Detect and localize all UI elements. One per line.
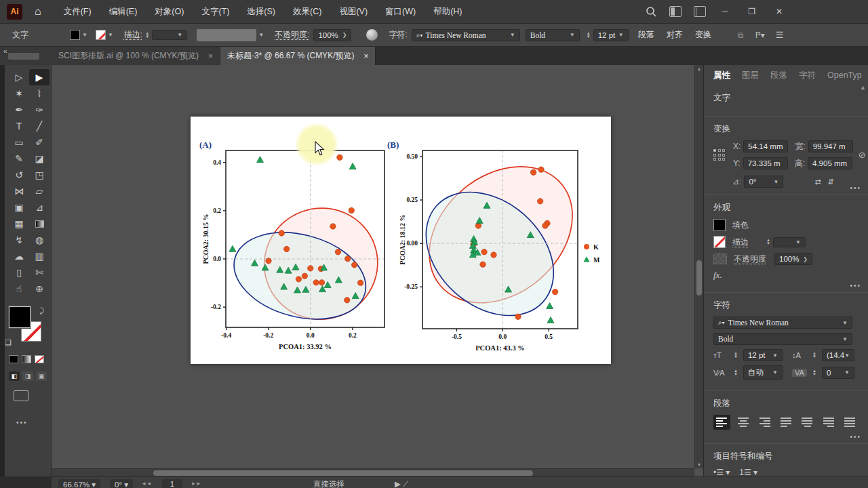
width-field[interactable]: 99.947 m — [808, 140, 853, 152]
panel-tab-图层[interactable]: 图层 — [742, 70, 759, 81]
horizontal-scrollbar[interactable] — [52, 468, 694, 476]
swap-fill-stroke-icon[interactable]: ⤸ — [39, 306, 44, 315]
stroke-label[interactable]: 描边 — [732, 237, 749, 248]
more-options-icon[interactable]: ••• — [850, 184, 861, 192]
close-button[interactable]: ✕ — [772, 7, 787, 16]
align-button-2[interactable] — [756, 415, 773, 430]
align-button-3[interactable] — [778, 415, 795, 430]
paintbrush-tool[interactable]: ✐ — [29, 134, 50, 150]
draw-inside-icon[interactable]: ▣ — [36, 371, 47, 381]
leading-stepper[interactable]: ▲▼ — [812, 352, 816, 359]
reference-point-selector[interactable] — [713, 149, 725, 161]
artboard-tool[interactable]: ▯ — [9, 264, 29, 281]
artboard-number-field[interactable]: 1 — [162, 479, 182, 488]
paragraph-panel-button[interactable]: 段落 — [638, 29, 654, 41]
graph-tool[interactable]: ▥ — [29, 248, 50, 264]
mesh-tool[interactable]: ▦ — [9, 216, 29, 232]
menu-item[interactable]: 选择(S) — [238, 6, 284, 18]
font-family-select[interactable]: ⌕▾Times New Roman▼ — [412, 29, 520, 41]
tracking-stepper[interactable]: ▲▼ — [812, 369, 816, 376]
gradient-tool[interactable] — [29, 216, 50, 232]
gradient-button[interactable] — [22, 355, 31, 363]
leading-field[interactable]: (14.4▼ — [822, 349, 854, 361]
numbered-list-icon[interactable]: 1☰ ▾ — [739, 468, 757, 476]
angle-field[interactable]: 0°▼ — [744, 176, 783, 188]
more-options-icon[interactable]: ••• — [850, 282, 861, 289]
lasso-tool[interactable]: ⌇ — [29, 85, 50, 102]
panel-tab-段落[interactable]: 段落 — [770, 70, 787, 81]
panel-menu-icon[interactable]: ☰ — [776, 30, 785, 40]
document-tab[interactable]: SCI图形排版.ai @ 100 % (CMYK/预览)× — [52, 47, 220, 65]
more-options-icon[interactable]: ••• — [850, 433, 861, 441]
vertical-scroll-thumb[interactable] — [696, 260, 702, 296]
zoom-tool[interactable]: ⊕ — [29, 281, 50, 297]
chevron-down-icon[interactable]: ▼ — [82, 32, 87, 38]
menu-item[interactable]: 窗口(W) — [376, 6, 425, 18]
font-family-select[interactable]: ⌕▾Times New Roman▼ — [713, 317, 852, 329]
tab-close-icon[interactable]: × — [208, 52, 213, 61]
collapse-dock-icon[interactable]: « — [3, 47, 7, 55]
perspective-grid-tool[interactable]: ⊿ — [29, 199, 50, 216]
stroke-weight-link[interactable]: 描边: — [124, 29, 142, 41]
font-size-stepper[interactable]: ▲▼ — [734, 352, 738, 359]
line-segment-tool[interactable]: ╱ — [29, 118, 50, 134]
eraser-tool[interactable]: ◪ — [29, 150, 50, 167]
align-button-5[interactable] — [821, 415, 837, 430]
home-icon[interactable]: ⌂ — [35, 5, 41, 18]
menu-item[interactable]: 视图(V) — [330, 6, 376, 18]
app-logo[interactable]: Ai — [7, 4, 22, 20]
opacity-icon[interactable] — [713, 253, 727, 264]
panel-tab-OpenTyp[interactable]: OpenTyp — [827, 70, 862, 80]
font-size-field[interactable]: 12 pt▼ — [593, 29, 629, 41]
x-field[interactable]: 54.14 mm — [743, 140, 788, 152]
flip-horizontal-icon[interactable]: ⇄ — [814, 178, 821, 186]
stroke-color-swatch[interactable] — [96, 30, 106, 40]
font-style-select[interactable]: Bold▼ — [526, 29, 580, 41]
kerning-field[interactable]: 自动▼ — [743, 365, 783, 380]
horizontal-scroll-thumb[interactable] — [153, 470, 533, 476]
none-button[interactable] — [35, 355, 44, 363]
direct-selection-tool[interactable]: ▷ — [9, 69, 29, 85]
canvas-area[interactable]: -0.4-0.20.00.20.40.20.0-0.2(A)PCOA1: 33.… — [52, 65, 703, 476]
default-fill-stroke-icon[interactable]: ❏ — [5, 338, 12, 347]
scroll-up-icon[interactable]: ▲ — [695, 66, 703, 71]
scroll-down-icon[interactable]: ▼ — [695, 462, 703, 467]
opacity-label[interactable]: 不透明度 — [734, 253, 766, 265]
hand-tool[interactable]: ☝ — [9, 281, 29, 297]
eyedropper-tool[interactable]: ↯ — [9, 232, 29, 248]
stroke-weight-stepper[interactable]: ▲▼ — [766, 239, 770, 245]
stroke-weight-field[interactable]: ▼ — [773, 237, 806, 247]
opacity-link[interactable]: 不透明度: — [275, 29, 309, 41]
align-button-4[interactable] — [799, 415, 816, 430]
artboard-nav-next-icons[interactable]: ▸▸ — [192, 477, 202, 488]
document-tab[interactable]: 未标题-3* @ 66.67 % (CMYK/预览)× — [220, 47, 376, 65]
workspace-switcher-icon[interactable] — [669, 6, 682, 17]
kerning-stepper[interactable]: ▲▼ — [734, 369, 738, 376]
screen-mode-button[interactable] — [14, 390, 28, 401]
panel-tab-字符[interactable]: 字符 — [799, 70, 816, 81]
pcoa-figure[interactable]: -0.4-0.20.00.20.40.20.0-0.2(A)PCOA1: 33.… — [191, 117, 611, 364]
menu-item[interactable]: 帮助(H) — [425, 6, 471, 18]
align-button-0[interactable] — [713, 415, 730, 430]
edit-toolbar-icon[interactable]: ••• — [16, 419, 51, 426]
font-size-stepper[interactable]: ▲▼ — [587, 32, 591, 39]
stroke-swatch[interactable] — [713, 236, 726, 248]
tracking-field[interactable]: 0▼ — [822, 367, 854, 379]
brush-definition-dropdown[interactable] — [197, 29, 256, 41]
align-panel-button[interactable]: 对齐 — [667, 29, 683, 41]
artboard[interactable]: -0.4-0.20.00.20.40.20.0-0.2(A)PCOA1: 33.… — [191, 117, 611, 364]
symbol-sprayer-tool[interactable]: ☁ — [9, 248, 29, 264]
magic-wand-tool[interactable]: ✶ — [9, 85, 29, 102]
flip-vertical-icon[interactable]: ⇵ — [828, 178, 834, 186]
zoom-level-select[interactable]: 66.67% ▾ — [58, 479, 100, 488]
font-size-field[interactable]: 12 pt▼ — [743, 349, 783, 361]
vertical-scrollbar[interactable]: ▲ ▼ — [694, 65, 703, 468]
menu-item[interactable]: 文字(T) — [193, 6, 238, 18]
chevron-down-icon[interactable]: ▼ — [108, 32, 113, 38]
menu-item[interactable]: 编辑(E) — [100, 6, 146, 18]
font-style-select[interactable]: Bold▼ — [713, 333, 852, 345]
type-tool[interactable]: T — [9, 118, 29, 134]
fill-swatch[interactable] — [713, 219, 726, 231]
menu-item[interactable]: 效果(C) — [284, 6, 330, 18]
transform-panel-button[interactable]: 变换 — [695, 29, 711, 41]
